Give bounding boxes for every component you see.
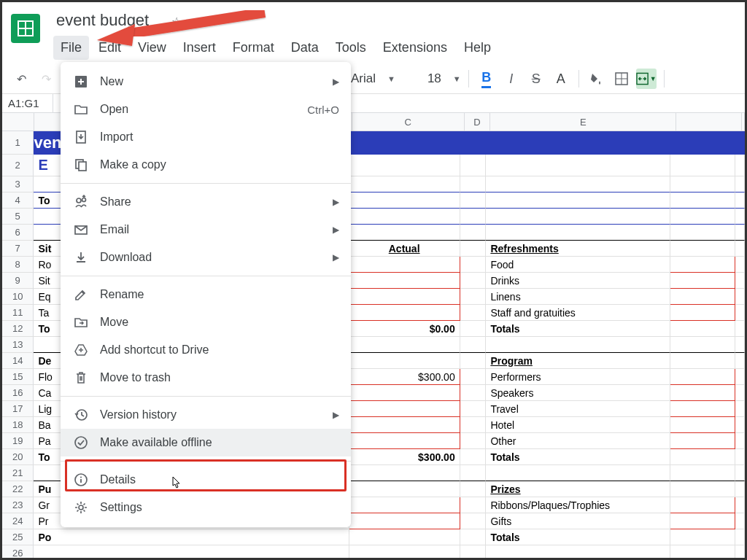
cell[interactable] [460,497,487,513]
cell[interactable] [486,545,670,560]
cell[interactable] [486,131,670,155]
menu-item-rename[interactable]: Rename [61,281,351,308]
redo-button[interactable]: ↷ [36,69,56,89]
cell[interactable] [460,192,487,209]
cell[interactable]: Other [486,433,670,449]
cell[interactable] [670,369,735,385]
row-header[interactable]: 16 [2,385,34,401]
menu-item-import[interactable]: Import [61,123,351,151]
cell[interactable] [349,337,460,353]
fill-color-button[interactable] [587,69,607,89]
undo-button[interactable]: ↶ [11,69,31,89]
folder-move-icon[interactable]: ▭ [192,15,203,28]
cell[interactable] [670,273,735,289]
cell[interactable] [460,465,487,481]
cell[interactable]: $300.00 [349,449,460,465]
cell[interactable] [460,273,487,289]
cell[interactable] [670,513,735,529]
row-header[interactable]: 10 [2,289,34,305]
cell[interactable] [735,257,745,273]
menu-tools[interactable]: Tools [328,36,374,60]
merge-cells-button[interactable]: ▼ [636,69,657,89]
cell[interactable] [735,176,745,192]
cell[interactable] [460,481,487,497]
cell[interactable] [735,385,745,401]
row-header[interactable]: 17 [2,401,34,417]
cell[interactable] [670,289,735,305]
menu-item-move-to-trash[interactable]: Move to trash [61,364,351,392]
menu-item-add-shortcut-to-drive[interactable]: Add shortcut to Drive [61,336,351,364]
cell[interactable] [349,481,460,497]
cell[interactable] [670,497,735,513]
cell[interactable] [670,401,735,417]
cell[interactable] [486,155,670,176]
cell[interactable]: Travel [486,401,670,417]
cell[interactable] [460,131,487,155]
menu-item-share[interactable]: Share▶ [61,188,351,216]
cell[interactable] [349,273,460,289]
sheets-logo[interactable] [11,14,40,43]
row-header[interactable]: 26 [2,545,34,560]
cell[interactable]: Actual [349,241,460,257]
cell[interactable] [460,433,487,449]
cell[interactable] [735,209,745,225]
cell[interactable]: Ribbons/Plaques/Trophies [486,497,670,513]
menu-insert[interactable]: Insert [176,36,223,60]
cell[interactable] [460,369,487,385]
cell[interactable] [735,155,745,176]
cell[interactable] [735,465,745,481]
cell[interactable] [670,337,735,353]
cell[interactable] [460,155,487,176]
row-header[interactable]: 23 [2,497,34,513]
cell[interactable]: $0.00 [349,321,460,337]
cell[interactable] [735,529,745,545]
cell[interactable]: Food [486,257,670,273]
row-header[interactable]: 24 [2,513,34,529]
cell[interactable] [349,417,460,433]
cell[interactable] [486,176,670,192]
cell[interactable] [735,225,745,241]
cell[interactable] [670,225,735,241]
cell[interactable] [349,529,460,545]
cell[interactable] [670,241,735,257]
cell[interactable] [735,305,745,321]
star-icon[interactable]: ☆ [171,15,182,28]
row-header[interactable]: 11 [2,305,34,321]
cell[interactable]: Totals [486,449,670,465]
cell[interactable] [460,337,487,353]
cell[interactable] [735,401,745,417]
cell[interactable] [349,465,460,481]
cell[interactable] [486,192,670,209]
cell[interactable]: Refreshments [486,241,670,257]
col-header[interactable] [676,113,742,131]
cell[interactable] [670,155,735,176]
cell[interactable]: Hotel [486,417,670,433]
menu-item-settings[interactable]: Settings [61,494,351,521]
cell[interactable] [670,353,735,369]
row-header[interactable]: 8 [2,257,34,273]
cell[interactable] [670,465,735,481]
cell[interactable] [460,289,487,305]
cell[interactable] [670,433,735,449]
cell[interactable] [735,321,745,337]
cell[interactable] [460,401,487,417]
cell[interactable]: Prizes [486,481,670,497]
cell[interactable] [34,545,349,560]
menu-item-email[interactable]: Email▶ [61,216,351,244]
cell[interactable] [735,481,745,497]
cell[interactable]: Totals [486,529,670,545]
menu-item-download[interactable]: Download▶ [61,244,351,271]
cell[interactable] [460,449,487,465]
cell[interactable] [460,209,487,225]
col-header[interactable] [742,113,745,131]
row-header[interactable]: 21 [2,465,34,481]
cell[interactable] [670,257,735,273]
menu-edit[interactable]: Edit [91,36,128,60]
row-header[interactable]: 20 [2,449,34,465]
cell[interactable] [735,192,745,209]
cell[interactable] [349,155,460,176]
cell[interactable] [486,225,670,241]
cell[interactable] [670,417,735,433]
row-header[interactable]: 1 [2,131,34,155]
cell[interactable] [460,545,487,560]
